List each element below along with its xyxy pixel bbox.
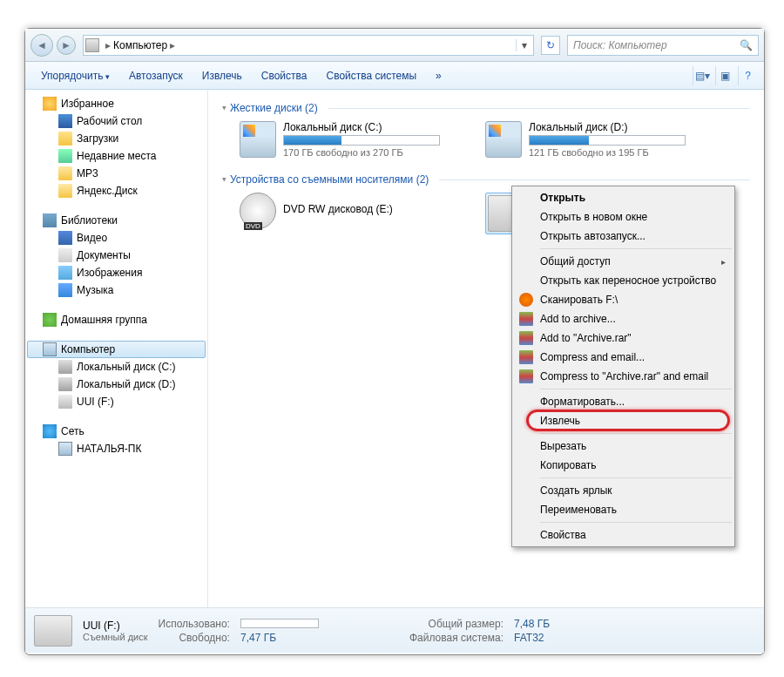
ctx-compress-email[interactable]: Compress and email...	[514, 348, 733, 367]
ctx-shortcut[interactable]: Создать ярлык	[514, 481, 733, 500]
winrar-icon	[519, 331, 533, 345]
ctx-autoplay[interactable]: Открыть автозапуск...	[514, 227, 733, 246]
drive-subtext: 170 ГБ свободно из 270 ГБ	[283, 147, 466, 158]
tree-recent[interactable]: Недавние места	[27, 147, 206, 165]
drive-d[interactable]: Локальный диск (D:) 121 ГБ свободно из 1…	[485, 121, 712, 158]
ctx-eject[interactable]: Извлечь	[514, 411, 733, 430]
ctx-properties[interactable]: Свойства	[514, 525, 733, 545]
recent-icon	[58, 149, 72, 163]
fs-label: Файловая система:	[409, 632, 504, 644]
search-input[interactable]: Поиск: Компьютер 🔍	[567, 35, 759, 56]
tree-mp3[interactable]: MP3	[27, 165, 206, 182]
view-mode-button[interactable]: ▤▾	[693, 66, 712, 85]
tree-favorites[interactable]: Избранное	[27, 95, 206, 112]
ctx-add-rar[interactable]: Add to "Archive.rar"	[514, 328, 733, 348]
downloads-icon	[58, 132, 72, 146]
chevron-right-icon: ▸	[103, 39, 113, 51]
hdd-icon	[240, 121, 276, 158]
pc-icon	[58, 442, 72, 456]
avast-icon	[519, 293, 533, 307]
tree-network[interactable]: Сеть	[27, 423, 206, 440]
organize-button[interactable]: Упорядочить	[32, 66, 118, 85]
ctx-copy[interactable]: Копировать	[514, 456, 733, 475]
details-pane: UUI (F:) Съемный диск Использовано: Общи…	[25, 607, 764, 653]
tree-natalya-pc[interactable]: НАТАЛЬЯ-ПК	[27, 440, 206, 457]
total-label: Общий размер:	[409, 618, 504, 630]
total-value: 7,48 ГБ	[514, 618, 550, 630]
navigation-bar: ◄ ► ▸ Компьютер ▸ ▾ ↻ Поиск: Компьютер 🔍	[25, 29, 764, 62]
refresh-button[interactable]: ↻	[541, 36, 560, 55]
image-icon	[58, 266, 72, 280]
tree-music[interactable]: Музыка	[27, 281, 206, 299]
autoplay-button[interactable]: Автозапуск	[120, 66, 192, 85]
used-label: Использовано:	[159, 618, 230, 630]
winrar-icon	[519, 312, 533, 326]
status-name: UUI (F:)	[83, 619, 148, 632]
ctx-open[interactable]: Открыть	[514, 188, 733, 207]
category-hard-disks[interactable]: Жесткие диски (2)	[222, 102, 750, 114]
hdd-icon	[485, 121, 522, 158]
ctx-compress-rar-email[interactable]: Compress to "Archive.rar" and email	[514, 367, 733, 386]
capacity-gauge	[529, 135, 686, 146]
tree-libraries[interactable]: Библиотеки	[27, 212, 206, 229]
usb-icon	[58, 395, 72, 409]
free-label: Свободно:	[159, 632, 230, 644]
search-placeholder: Поиск: Компьютер	[573, 39, 667, 51]
tree-disk-d[interactable]: Локальный диск (D:)	[27, 376, 206, 393]
command-bar: Упорядочить Автозапуск Извлечь Свойства …	[25, 62, 764, 90]
ctx-scan[interactable]: Сканировать F:\	[514, 290, 733, 309]
hdd-icon	[58, 360, 72, 374]
back-button[interactable]: ◄	[30, 34, 53, 57]
tree-desktop[interactable]: Рабочий стол	[27, 112, 206, 130]
folder-icon	[58, 184, 72, 198]
more-button[interactable]: »	[427, 66, 450, 85]
address-bar[interactable]: ▸ Компьютер ▸ ▾	[83, 35, 534, 56]
libraries-icon	[43, 213, 57, 227]
chevron-right-icon: ▸	[167, 39, 178, 51]
tree-images[interactable]: Изображения	[27, 264, 206, 281]
computer-icon	[43, 342, 57, 356]
system-properties-button[interactable]: Свойства системы	[317, 66, 425, 85]
ctx-rename[interactable]: Переименовать	[514, 500, 733, 519]
preview-pane-button[interactable]: ▣	[715, 66, 734, 85]
folder-icon	[58, 166, 72, 180]
eject-button[interactable]: Извлечь	[193, 66, 251, 85]
drive-subtext: 121 ГБ свободно из 195 ГБ	[529, 147, 712, 158]
drive-label: DVD RW дисковод (E:)	[283, 203, 466, 215]
ctx-format[interactable]: Форматировать...	[514, 392, 733, 411]
address-dropdown[interactable]: ▾	[516, 39, 531, 51]
hdd-icon	[58, 377, 72, 391]
tree-yadisk[interactable]: Яндекс.Диск	[27, 182, 206, 200]
navigation-pane: Избранное Рабочий стол Загрузки Недавние…	[25, 90, 208, 607]
tree-downloads[interactable]: Загрузки	[27, 130, 206, 147]
tree-documents[interactable]: Документы	[27, 247, 206, 264]
properties-button[interactable]: Свойства	[253, 66, 316, 85]
winrar-icon	[519, 369, 533, 383]
ctx-cut[interactable]: Вырезать	[514, 437, 733, 456]
drive-dvd[interactable]: DVD RW дисковод (E:)	[240, 193, 466, 234]
tree-computer[interactable]: Компьютер	[27, 341, 206, 358]
help-button[interactable]: ?	[738, 66, 757, 85]
flash-drive-icon	[34, 615, 72, 647]
ctx-portable[interactable]: Открыть как переносное устройство	[514, 271, 733, 290]
video-icon	[58, 231, 72, 245]
drive-c[interactable]: Локальный диск (C:) 170 ГБ свободно из 2…	[240, 121, 466, 158]
dvd-icon	[240, 193, 276, 229]
tree-disk-c[interactable]: Локальный диск (C:)	[27, 358, 206, 376]
breadcrumb-item[interactable]: Компьютер	[113, 39, 167, 51]
ctx-share[interactable]: Общий доступ	[514, 252, 733, 271]
forward-button[interactable]: ►	[57, 36, 76, 55]
tree-uui[interactable]: UUI (F:)	[27, 393, 206, 410]
homegroup-icon	[43, 313, 57, 327]
capacity-gauge	[283, 135, 440, 146]
ctx-open-new-window[interactable]: Открыть в новом окне	[514, 207, 733, 227]
free-value: 7,47 ГБ	[240, 632, 319, 644]
network-icon	[43, 424, 57, 438]
tree-homegroup[interactable]: Домашняя группа	[27, 311, 206, 328]
drive-label: Локальный диск (D:)	[529, 121, 712, 133]
category-removable[interactable]: Устройства со съемными носителями (2)	[222, 173, 750, 186]
drive-label: Локальный диск (C:)	[283, 121, 466, 133]
used-gauge	[240, 619, 319, 628]
tree-video[interactable]: Видео	[27, 229, 206, 247]
ctx-add-archive[interactable]: Add to archive...	[514, 309, 733, 328]
